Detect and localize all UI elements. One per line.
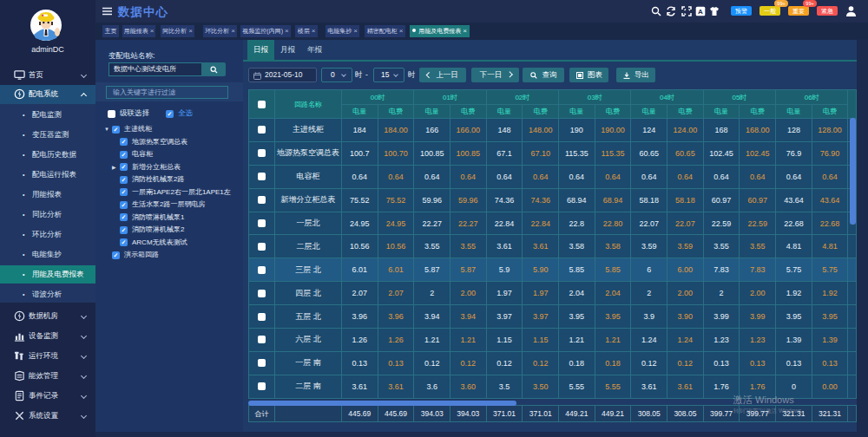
svg-text:A: A (698, 8, 703, 16)
